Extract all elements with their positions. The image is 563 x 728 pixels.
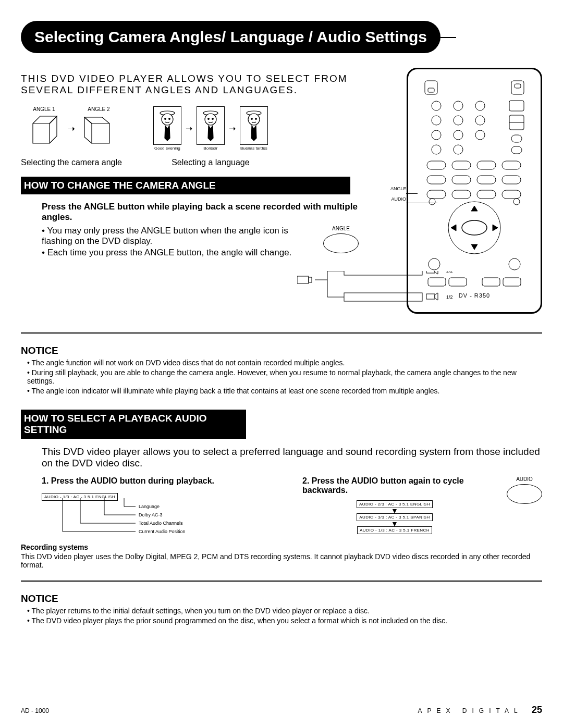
lang-label-1: Bonsoir [197, 146, 225, 151]
svg-point-54 [509, 258, 520, 270]
svg-point-24 [475, 130, 485, 140]
svg-rect-31 [511, 146, 522, 154]
angle-lead: Press the ANGLE button while playing bac… [42, 202, 365, 223]
step2-title: 2. Press the AUDIO button again to cycle… [302, 476, 487, 495]
angle-caption: Selecting the camera angle [21, 158, 122, 167]
svg-rect-58 [503, 278, 521, 286]
svg-point-52 [513, 199, 520, 205]
notice1-item-0: The angle function will not work on DVD … [32, 359, 345, 367]
svg-rect-65 [344, 271, 422, 275]
svg-rect-32 [427, 161, 446, 169]
svg-rect-36 [427, 176, 446, 184]
seq-2: AUDIO - 1/3 : AC - 3 5.1 FRENCH [357, 526, 432, 534]
svg-rect-61 [309, 277, 312, 282]
angle1-label: ANGLE 1 [26, 106, 62, 112]
svg-rect-41 [452, 190, 471, 199]
lang-caption: Selecting a language [153, 158, 268, 167]
svg-rect-35 [502, 161, 521, 169]
svg-rect-34 [477, 161, 496, 169]
arrow-down-icon: ▼ [391, 508, 398, 513]
svg-rect-15 [515, 84, 521, 88]
tree-0: Language [139, 502, 186, 511]
svg-point-7 [212, 118, 214, 120]
divider [21, 332, 542, 334]
svg-point-11 [255, 118, 257, 120]
svg-point-3 [169, 118, 170, 120]
svg-rect-30 [511, 135, 522, 142]
angle2-label: ANGLE 2 [80, 106, 117, 112]
svg-point-5 [205, 114, 216, 125]
svg-point-25 [432, 145, 441, 154]
notice2-heading: NOTICE [21, 593, 542, 604]
osd-next: 1/2 [446, 294, 453, 300]
cube-icon [26, 112, 62, 149]
svg-point-20 [454, 116, 463, 125]
arrow-right-icon: ➝ [229, 124, 236, 133]
recording-heading: Recording systems [21, 543, 542, 551]
section-heading-angle: HOW TO CHANGE THE CAMERA ANGLE [21, 177, 350, 194]
footer-model: AD - 1000 [21, 707, 49, 714]
section-heading-audio: HOW TO SELECT A PLAYBACK AUDIO SETTING [21, 410, 246, 439]
notice2-item-1: The DVD video player plays the prior sou… [32, 616, 448, 625]
angle-osd-diagram: 2/2 1/2 [297, 271, 485, 318]
svg-rect-40 [427, 190, 446, 199]
svg-point-45 [462, 220, 487, 235]
svg-rect-57 [482, 278, 500, 286]
svg-point-1 [162, 114, 173, 125]
svg-marker-48 [451, 225, 456, 231]
arrow-right-icon: ➝ [67, 123, 75, 134]
svg-point-53 [429, 258, 440, 270]
arrow-right-icon: ➝ [186, 124, 192, 133]
svg-point-19 [432, 116, 441, 125]
svg-point-21 [475, 116, 485, 125]
angle-bullet-1: Each time you press the ANGLE button, th… [47, 248, 292, 257]
remote-icon: DV - R350 [420, 77, 529, 301]
angle-button-icon [323, 233, 359, 253]
svg-rect-14 [511, 81, 524, 94]
svg-point-18 [475, 101, 485, 110]
person-icon [155, 108, 180, 141]
svg-rect-67 [344, 293, 422, 301]
intro-text: THIS DVD VIDEO PLAYER ALLOWS YOU TO SELE… [21, 73, 354, 96]
svg-point-22 [432, 130, 441, 140]
svg-marker-71 [435, 293, 438, 300]
divider [21, 581, 542, 582]
svg-rect-27 [509, 101, 524, 111]
audio-button-label: AUDIO [507, 476, 542, 482]
notice1-item-1: During still playback, you are able to c… [27, 368, 517, 385]
svg-point-23 [454, 130, 463, 140]
audio-body: This DVD video player allows you to sele… [42, 446, 542, 469]
svg-rect-38 [477, 176, 496, 184]
svg-point-26 [454, 145, 463, 154]
audio-button-icon [507, 484, 542, 504]
tree-3: Current Audio Position [139, 527, 186, 536]
audio-sequence: AUDIO - 2/3 : AC - 3 5.1 ENGLISH ▼ AUDIO… [302, 500, 487, 534]
svg-rect-42 [477, 190, 496, 199]
tree-1: Dolby AC-3 [139, 511, 186, 519]
page-number: 25 [532, 705, 542, 715]
svg-point-50 [429, 199, 435, 205]
arrow-down-icon: ▼ [391, 521, 398, 526]
svg-point-2 [165, 118, 166, 120]
cube-icon [80, 112, 117, 149]
person-icon [241, 108, 266, 141]
svg-point-16 [432, 101, 441, 110]
remote-callout-angle: ANGLE [390, 186, 406, 191]
person-icon [198, 108, 223, 141]
recording-body: This DVD video player uses the Dolby Dig… [21, 552, 542, 569]
page-title: Selecting Camera Angles/ Language / Audi… [21, 21, 440, 53]
osd-current: 2/2 [446, 271, 453, 274]
step1-title: 1. Press the AUDIO button during playbac… [42, 476, 282, 486]
notice1-item-2: The angle icon indicator will illuminate… [32, 387, 440, 395]
angle-bullets: • You may only press the ANGLE button wh… [42, 226, 313, 259]
lang-label-0: Good evening [153, 146, 181, 151]
svg-point-10 [251, 118, 253, 120]
svg-rect-13 [428, 88, 434, 92]
footer-brand: APEX DIGITAL [418, 707, 522, 714]
angle-bullet-0: You may only press the ANGLE button when… [42, 226, 288, 246]
svg-point-6 [208, 118, 210, 120]
notice1-heading: NOTICE [21, 345, 542, 356]
angle-diagram: ANGLE 1 ➝ ANGLE 2 Selecting the camera a… [21, 106, 122, 167]
svg-rect-70 [426, 294, 435, 299]
svg-point-17 [454, 101, 463, 110]
